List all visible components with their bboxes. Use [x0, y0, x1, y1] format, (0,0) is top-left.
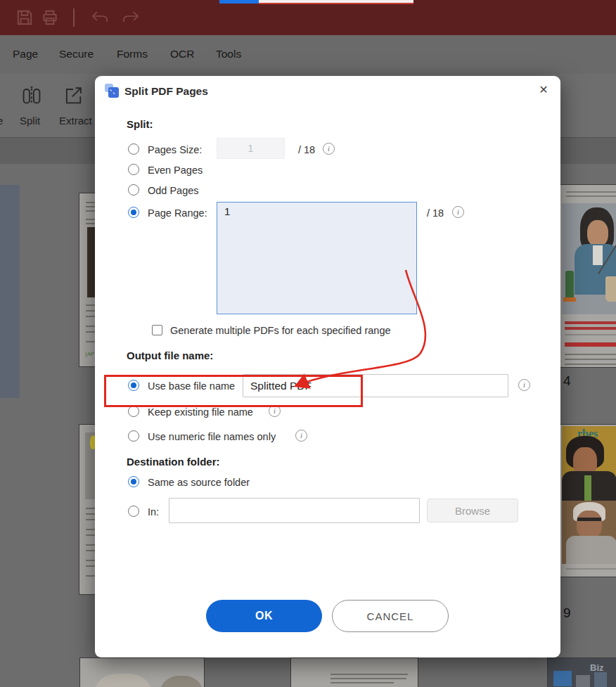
multiple-pdfs-checkbox[interactable]: [152, 325, 162, 335]
tab-page[interactable]: Page: [13, 48, 38, 60]
page-thumbnail-12[interactable]: [290, 657, 418, 687]
split-pdf-dialog: Split PDF Pages ✕ Split: Pages Size: / 1…: [95, 76, 560, 657]
keep-existing-name-label: Keep existing file name: [148, 406, 253, 418]
output-section-heading: Output file name:: [127, 349, 213, 361]
same-as-source-label: Same as source folder: [148, 477, 250, 488]
split-icon[interactable]: [20, 84, 43, 106]
magazine-cover-photo: rbes: [562, 426, 616, 501]
radio-use-base-name[interactable]: [128, 380, 139, 391]
ok-button[interactable]: OK: [206, 600, 322, 632]
collage-block: [576, 675, 590, 687]
radio-keep-existing-name[interactable]: [128, 406, 139, 417]
dialog-title: Split PDF Pages: [124, 85, 208, 98]
extract-icon[interactable]: [62, 84, 84, 106]
thumbnail-panel-fragment: [0, 185, 20, 398]
radio-numeric-names[interactable]: [128, 430, 139, 442]
tab-ocr[interactable]: OCR: [170, 48, 194, 60]
split-button-label[interactable]: Split: [20, 115, 40, 127]
portrait-photo: [562, 501, 616, 564]
page-range-textarea[interactable]: 1: [217, 202, 417, 314]
extract-button-label[interactable]: Extract: [59, 115, 92, 127]
page-thumbnail-4[interactable]: [560, 184, 616, 368]
page-number-4: 4: [563, 373, 571, 389]
use-base-name-label: Use base file name: [148, 380, 235, 392]
base-file-name-input[interactable]: [243, 374, 508, 397]
page-thumbnail-9[interactable]: rbes: [560, 424, 616, 577]
undo-icon[interactable]: [90, 9, 110, 26]
top-edge-blue-fragment: [219, 0, 259, 4]
split-pdf-dialog-icon: [105, 84, 120, 99]
destination-path-input[interactable]: [169, 498, 420, 523]
tab-forms[interactable]: Forms: [117, 48, 148, 60]
radio-same-as-source[interactable]: [128, 476, 139, 487]
destination-section-heading: Destination folder:: [127, 456, 220, 468]
page-range-label: Page Range:: [148, 207, 207, 219]
photo-credit-text: (AP: [85, 351, 94, 357]
partial-toolbar-label: e: [0, 115, 3, 127]
page-number-9: 9: [563, 605, 571, 621]
annotation-arrow: [95, 76, 560, 657]
application-window: Page Secure Forms OCR Tools e Split Extr…: [0, 0, 616, 687]
radio-page-range[interactable]: [128, 207, 139, 218]
multiple-pdfs-label: Generate multiple PDFs for each specifie…: [170, 325, 391, 336]
info-icon[interactable]: i: [295, 430, 307, 442]
radio-even-pages[interactable]: [128, 164, 139, 175]
browse-button[interactable]: Browse: [427, 499, 518, 522]
save-icon[interactable]: [15, 8, 34, 27]
red-bar: [565, 342, 616, 347]
numeric-names-label: Use numeric file names only: [148, 431, 276, 442]
news-photo: [562, 203, 616, 314]
info-icon[interactable]: i: [323, 143, 335, 155]
print-icon[interactable]: [41, 8, 59, 27]
odd-pages-label: Odd Pages: [148, 185, 199, 196]
info-icon[interactable]: i: [269, 405, 281, 417]
page-thumbnail-13[interactable]: Biz: [547, 657, 616, 687]
collage-block: [594, 672, 607, 687]
menu-bar: Page Secure Forms OCR Tools: [0, 35, 616, 74]
collage-text: Biz: [590, 662, 604, 673]
close-icon[interactable]: ✕: [537, 83, 551, 97]
cancel-button[interactable]: CANCEL: [332, 600, 449, 632]
radio-pages-size[interactable]: [128, 143, 139, 155]
speaker-photo: [93, 674, 153, 687]
pages-size-total: / 18: [298, 144, 315, 155]
pages-size-label: Pages Size:: [148, 144, 202, 155]
info-icon[interactable]: i: [452, 206, 464, 218]
info-icon[interactable]: i: [518, 379, 530, 391]
radio-destination-in[interactable]: [128, 506, 139, 517]
page-range-total: / 18: [427, 207, 444, 219]
toolbar-divider: [73, 8, 75, 27]
collage-block: [553, 671, 572, 686]
radio-odd-pages[interactable]: [128, 184, 139, 195]
destination-in-label: In:: [148, 506, 159, 518]
redo-icon[interactable]: [121, 9, 141, 26]
top-edge-white-fragment: [259, 0, 413, 4]
title-toolbar: [0, 0, 616, 35]
tab-tools[interactable]: Tools: [216, 48, 241, 60]
even-pages-label: Even Pages: [148, 165, 203, 176]
tab-secure[interactable]: Secure: [59, 48, 94, 60]
split-section-heading: Split:: [127, 118, 153, 130]
pages-size-input[interactable]: [217, 138, 285, 159]
page-thumbnail-11[interactable]: [79, 657, 205, 687]
speaker-photo: [159, 676, 204, 687]
